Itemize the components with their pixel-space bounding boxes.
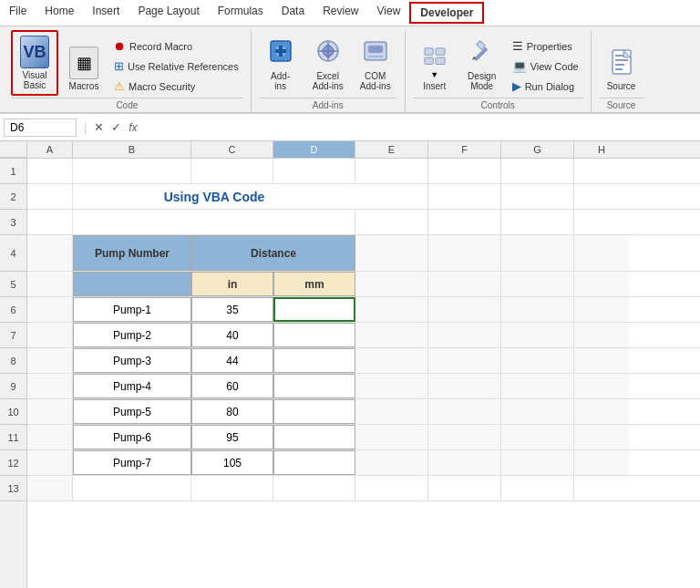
menu-insert[interactable]: Insert — [83, 2, 129, 24]
cell-e7[interactable] — [355, 323, 428, 347]
run-dialog-button[interactable]: ▶ Run Dialog — [508, 77, 583, 96]
cell-d13[interactable] — [273, 476, 355, 500]
cell-e12[interactable] — [355, 450, 428, 475]
check-icon[interactable]: ✓ — [111, 120, 121, 134]
cell-f8[interactable] — [428, 348, 501, 373]
cell-d9[interactable] — [273, 374, 355, 398]
cell-g4[interactable] — [501, 235, 574, 271]
menu-developer[interactable]: Developer — [409, 2, 484, 24]
cell-h2[interactable] — [574, 184, 629, 209]
cell-a11[interactable] — [27, 425, 73, 449]
cell-f11[interactable] — [428, 425, 501, 449]
properties-button[interactable]: ☰ Properties — [508, 36, 583, 56]
cell-d12[interactable]: exceldemy — [273, 450, 355, 475]
cell-g11[interactable] — [501, 425, 574, 449]
cell-a2[interactable] — [27, 184, 73, 209]
cell-h1[interactable] — [574, 159, 629, 183]
cell-d1[interactable] — [273, 159, 355, 183]
design-mode-button[interactable]: DesignMode — [460, 32, 504, 96]
cell-g1[interactable] — [501, 159, 574, 183]
cell-c6[interactable]: 35 — [191, 297, 273, 322]
cell-e5[interactable] — [355, 272, 428, 296]
cell-b13[interactable] — [73, 476, 191, 500]
cell-g8[interactable] — [501, 348, 574, 373]
cell-e11[interactable] — [355, 425, 428, 449]
cell-b10[interactable]: Pump-5 — [73, 399, 191, 424]
cell-e13[interactable] — [355, 476, 428, 500]
cell-e6[interactable] — [355, 297, 428, 322]
cell-e8[interactable] — [355, 348, 428, 373]
cell-e4[interactable] — [355, 235, 428, 271]
cell-g6[interactable] — [501, 297, 574, 322]
cell-c7[interactable]: 40 — [191, 323, 273, 347]
cell-b5[interactable] — [73, 272, 191, 296]
cell-a12[interactable] — [27, 450, 73, 475]
use-relative-button[interactable]: ⊞ Use Relative References — [109, 57, 243, 76]
cell-a7[interactable] — [27, 323, 73, 347]
cell-g12[interactable] — [501, 450, 574, 475]
cell-b9[interactable]: Pump-4 — [73, 374, 191, 398]
cell-h11[interactable] — [574, 425, 629, 449]
menu-view[interactable]: View — [368, 2, 410, 24]
cell-a1[interactable] — [27, 159, 73, 183]
cell-h5[interactable] — [574, 272, 629, 296]
cell-f10[interactable] — [428, 399, 501, 424]
cell-f12[interactable] — [428, 450, 501, 475]
cell-g13[interactable] — [501, 476, 574, 500]
cell-a6[interactable] — [27, 297, 73, 322]
cell-e10[interactable] — [355, 399, 428, 424]
cell-h10[interactable] — [574, 399, 629, 424]
cell-a10[interactable] — [27, 399, 73, 424]
cell-h13[interactable] — [574, 476, 629, 500]
cell-b11[interactable]: Pump-6 — [73, 425, 191, 449]
cell-a5[interactable] — [27, 272, 73, 296]
cell-d6[interactable] — [273, 297, 355, 322]
view-code-button[interactable]: 💻 View Code — [508, 57, 583, 76]
cell-f4[interactable] — [428, 235, 501, 271]
cell-c9[interactable]: 60 — [191, 374, 273, 398]
cell-h6[interactable] — [574, 297, 629, 322]
cell-a4[interactable] — [27, 235, 73, 271]
cell-e1[interactable] — [355, 159, 428, 183]
cell-e9[interactable] — [355, 374, 428, 398]
cell-c5[interactable]: in — [191, 272, 273, 296]
cell-name-box[interactable] — [4, 119, 77, 137]
visual-basic-button[interactable]: VB VisualBasic — [11, 30, 58, 96]
cell-h7[interactable] — [574, 323, 629, 347]
record-macro-button[interactable]: ⏺ Record Macro — [109, 36, 243, 56]
cell-c12[interactable]: 105 — [191, 450, 273, 475]
cell-c13[interactable] — [191, 476, 273, 500]
menu-review[interactable]: Review — [314, 2, 367, 24]
cell-a3[interactable] — [27, 210, 73, 234]
cell-b12[interactable]: Pump-7 — [73, 450, 191, 475]
cell-h8[interactable] — [574, 348, 629, 373]
cell-g3[interactable] — [501, 210, 574, 234]
cell-d11[interactable] — [273, 425, 355, 449]
cell-c1[interactable] — [191, 159, 273, 183]
cell-h3[interactable] — [574, 210, 629, 234]
cell-f2[interactable] — [428, 184, 501, 209]
cell-f3[interactable] — [428, 210, 501, 234]
com-add-ins-button[interactable]: COMAdd-ins — [354, 32, 397, 96]
macros-button[interactable]: ▦ Macros — [62, 42, 106, 96]
cell-d8[interactable] — [273, 348, 355, 373]
cell-g5[interactable] — [501, 272, 574, 296]
cell-f9[interactable] — [428, 374, 501, 398]
menu-file[interactable]: File — [0, 2, 36, 24]
cell-g10[interactable] — [501, 399, 574, 424]
cell-bc2-merged[interactable]: Using VBA Code — [73, 184, 355, 209]
cell-f13[interactable] — [428, 476, 501, 500]
cell-d10[interactable] — [273, 399, 355, 424]
cell-b8[interactable]: Pump-3 — [73, 348, 191, 373]
cell-f5[interactable] — [428, 272, 501, 296]
cell-f7[interactable] — [428, 323, 501, 347]
cell-b4[interactable]: Pump Number — [73, 235, 191, 271]
insert-controls-button[interactable]: ▼ Insert — [413, 42, 457, 96]
excel-add-ins-button[interactable]: ExcelAdd-ins — [306, 32, 350, 96]
cell-c8[interactable]: 44 — [191, 348, 273, 373]
cell-bcd3[interactable] — [73, 210, 355, 234]
cell-f1[interactable] — [428, 159, 501, 183]
add-ins-button[interactable]: Add-ins — [259, 32, 303, 96]
menu-home[interactable]: Home — [36, 2, 83, 24]
menu-formulas[interactable]: Formulas — [209, 2, 273, 24]
